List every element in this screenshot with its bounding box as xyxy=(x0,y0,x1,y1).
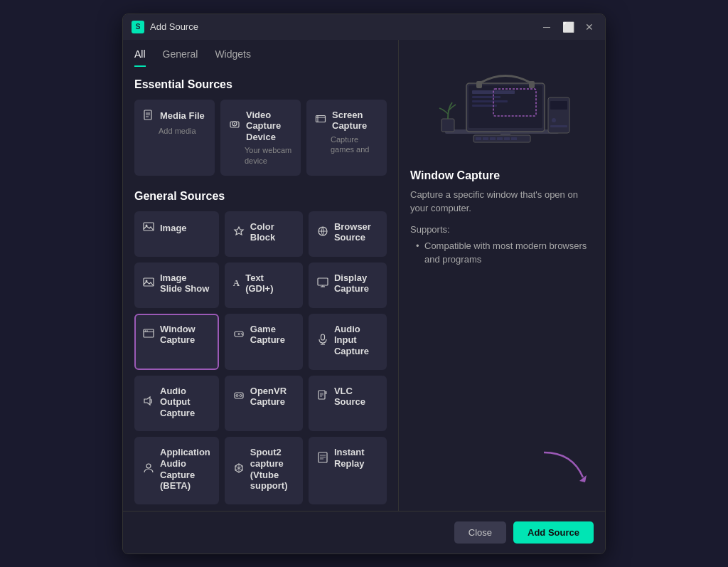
card-image-header: Image xyxy=(143,221,210,235)
image-slide-show-icon xyxy=(143,277,154,290)
tab-widgets[interactable]: Widgets xyxy=(215,48,251,67)
svg-rect-65 xyxy=(490,137,496,140)
card-screen-capture-title: Screen Capture xyxy=(332,110,378,132)
window-title: Add Source xyxy=(150,21,198,32)
svg-point-21 xyxy=(145,330,146,332)
card-openvr-header: OpenVR Capture xyxy=(233,386,294,408)
add-source-window: S Add Source ─ ⬜ ✕ All General Widgets E… xyxy=(122,14,606,554)
card-audio-input[interactable]: Audio Input Capture xyxy=(309,314,387,370)
card-vlc[interactable]: VLC Source xyxy=(309,376,387,432)
card-video-capture[interactable]: Video Capture Device Your webcam device xyxy=(220,100,301,176)
close-button[interactable]: Close xyxy=(454,521,506,544)
card-video-capture-title: Video Capture Device xyxy=(246,110,292,143)
spout2-icon xyxy=(233,462,245,476)
instant-replay-icon xyxy=(317,452,328,465)
card-image[interactable]: Image xyxy=(134,211,219,257)
titlebar-left: S Add Source xyxy=(132,21,198,33)
card-screen-capture[interactable]: Screen Capture Capture games and xyxy=(306,100,387,176)
card-openvr[interactable]: OpenVR Capture xyxy=(225,376,303,432)
svg-rect-58 xyxy=(550,101,567,110)
detail-description: Capture a specific window that's open on… xyxy=(410,188,594,216)
card-app-audio[interactable]: Application Audio Capture (BETA) xyxy=(134,437,219,504)
card-instant-replay[interactable]: Instant Replay xyxy=(309,437,387,504)
window-controls: ─ ⬜ ✕ xyxy=(540,20,596,34)
card-browser-source[interactable]: Browser Source xyxy=(309,211,387,257)
tab-general[interactable]: General xyxy=(163,48,198,67)
card-browser-source-header: Browser Source xyxy=(317,221,378,243)
card-instant-replay-header: Instant Replay xyxy=(317,447,378,469)
svg-rect-67 xyxy=(504,137,510,140)
svg-point-41 xyxy=(146,464,151,468)
maximize-button[interactable]: ⬜ xyxy=(561,20,575,34)
card-spout2-title: Spout2 capture (Vtube support) xyxy=(250,447,294,491)
display-capture-icon xyxy=(317,277,328,290)
color-block-icon xyxy=(233,226,245,239)
content-area: All General Widgets Essential Sources xyxy=(123,40,605,511)
card-audio-output[interactable]: Audio Output Capture xyxy=(134,376,219,432)
card-image-slide-show-header: Image Slide Show xyxy=(143,272,210,295)
svg-point-5 xyxy=(234,123,235,124)
svg-point-27 xyxy=(242,334,243,336)
card-text-gdi[interactable]: A Text (GDI+) xyxy=(225,263,303,308)
svg-rect-14 xyxy=(144,278,154,286)
svg-rect-10 xyxy=(144,223,154,230)
browser-source-icon xyxy=(317,226,328,239)
card-display-capture[interactable]: Display Capture xyxy=(309,263,387,308)
detail-supports-label: Supports: xyxy=(410,224,594,235)
audio-input-icon xyxy=(317,334,328,347)
minimize-button[interactable]: ─ xyxy=(540,20,554,34)
card-color-block-title: Color Block xyxy=(250,221,294,243)
general-sources-title: General Sources xyxy=(134,190,387,203)
card-text-gdi-title: Text (GDI+) xyxy=(245,272,294,295)
card-spout2[interactable]: Spout2 capture (Vtube support) xyxy=(225,437,303,504)
text-gdi-icon: A xyxy=(233,277,240,289)
svg-rect-55 xyxy=(476,81,482,88)
card-app-audio-header: Application Audio Capture (BETA) xyxy=(143,447,210,491)
preview-illustration xyxy=(410,51,594,158)
svg-rect-42 xyxy=(318,452,327,462)
video-capture-icon xyxy=(229,119,240,132)
card-screen-capture-subtitle: Capture games and xyxy=(315,134,378,155)
card-game-capture-header: Game Capture xyxy=(233,324,294,346)
card-openvr-title: OpenVR Capture xyxy=(250,386,294,408)
add-source-button[interactable]: Add Source xyxy=(513,521,594,544)
vlc-icon xyxy=(317,390,328,403)
tabs: All General Widgets xyxy=(123,40,398,67)
card-image-title: Image xyxy=(160,223,187,234)
footer: Close Add Source xyxy=(123,511,605,553)
svg-rect-28 xyxy=(321,334,324,340)
card-color-block-header: Color Block xyxy=(233,221,294,243)
svg-point-34 xyxy=(240,394,242,396)
app-icon: S xyxy=(132,21,144,33)
card-media-file-header: Media File xyxy=(143,110,206,123)
svg-rect-64 xyxy=(483,137,488,140)
svg-rect-16 xyxy=(318,278,328,285)
tab-all[interactable]: All xyxy=(134,48,146,67)
card-media-file[interactable]: Media File Add media xyxy=(134,100,215,176)
svg-rect-68 xyxy=(511,137,517,140)
arrow-container xyxy=(410,267,594,499)
card-app-audio-title: Application Audio Capture (BETA) xyxy=(160,447,210,491)
close-button[interactable]: ✕ xyxy=(582,20,596,34)
titlebar: S Add Source ─ ⬜ ✕ xyxy=(123,14,605,40)
image-icon xyxy=(143,221,154,235)
openvr-icon xyxy=(233,390,245,403)
svg-point-26 xyxy=(240,333,242,334)
svg-marker-31 xyxy=(144,397,150,405)
svg-rect-66 xyxy=(497,137,503,140)
card-window-capture[interactable]: Window Capture xyxy=(134,314,219,370)
card-image-slide-show[interactable]: Image Slide Show xyxy=(134,263,219,308)
card-color-block[interactable]: Color Block xyxy=(225,211,303,257)
detail-support-item: Compatible with most modern browsers and… xyxy=(416,239,594,267)
left-panel: All General Widgets Essential Sources xyxy=(123,40,399,511)
card-game-capture[interactable]: Game Capture xyxy=(225,314,303,370)
essential-sources-grid: Media File Add media xyxy=(134,100,387,176)
card-audio-input-title: Audio Input Capture xyxy=(334,324,378,357)
card-browser-source-title: Browser Source xyxy=(334,221,378,243)
card-window-capture-title: Window Capture xyxy=(160,324,210,346)
card-media-file-title: Media File xyxy=(160,110,205,122)
svg-point-59 xyxy=(552,118,556,122)
svg-rect-7 xyxy=(316,115,326,122)
card-spout2-header: Spout2 capture (Vtube support) xyxy=(233,447,294,491)
card-audio-input-header: Audio Input Capture xyxy=(317,324,378,357)
